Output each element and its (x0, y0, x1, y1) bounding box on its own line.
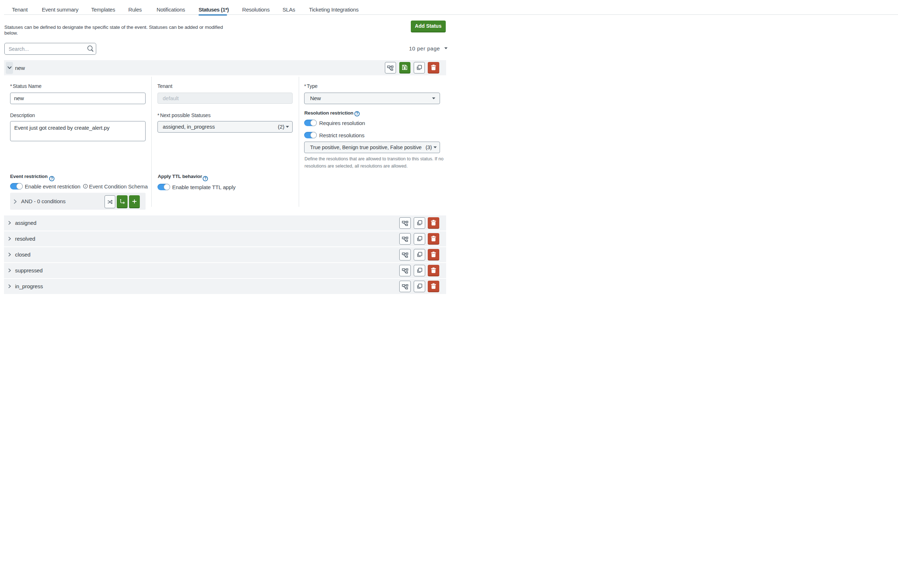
svg-text:?: ? (51, 177, 52, 181)
svg-text:?: ? (205, 177, 206, 181)
svg-text:?: ? (356, 112, 358, 116)
